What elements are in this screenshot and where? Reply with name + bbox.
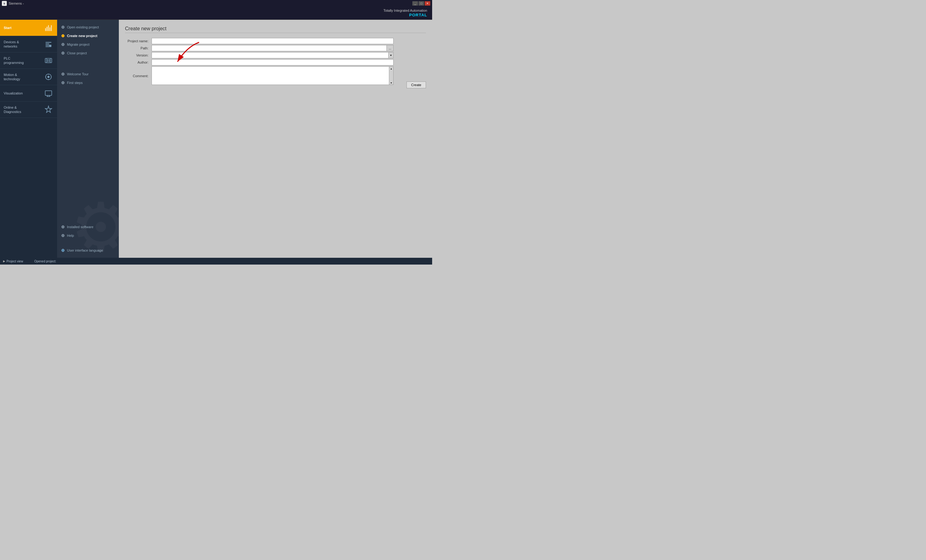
- svg-point-6: [47, 61, 48, 62]
- close-button[interactable]: ✕: [425, 1, 430, 6]
- create-button[interactable]: Create: [407, 82, 426, 88]
- menu-label-help: Help: [67, 234, 74, 238]
- visualization-icon: [44, 88, 53, 98]
- menu-item-migrate[interactable]: Migrate project: [57, 40, 119, 49]
- svg-point-7: [49, 61, 50, 62]
- siemens-logo: S: [2, 1, 7, 6]
- start-icon: [44, 23, 53, 33]
- svg-point-5: [49, 59, 50, 61]
- branding-text: Totally Integrated Automation PORTAL: [383, 8, 427, 18]
- menu-label-welcome: Welcome Tour: [67, 72, 89, 76]
- menu-label-first-steps: First steps: [67, 81, 83, 85]
- menu-item-welcome-tour[interactable]: Welcome Tour: [57, 70, 119, 79]
- diagnostics-icon: [44, 104, 53, 115]
- path-input[interactable]: [151, 45, 387, 51]
- scroll-up-arrow[interactable]: ▲: [389, 67, 393, 70]
- menu-label-migrate: Migrate project: [67, 42, 89, 46]
- project-view-label: Project view: [6, 260, 23, 263]
- motion-icon: [44, 72, 53, 82]
- title-bar: S Siemens - _ □ ✕: [0, 0, 432, 7]
- author-input[interactable]: [151, 59, 393, 65]
- devices-icon: [44, 39, 53, 49]
- version-row: ▼: [151, 52, 393, 58]
- scroll-down-arrow[interactable]: ▼: [389, 81, 393, 85]
- sidebar-label-start: Start: [4, 26, 44, 30]
- content-title-text: Create new project: [125, 26, 166, 32]
- branding-portal: PORTAL: [383, 13, 427, 18]
- version-select[interactable]: [151, 52, 389, 58]
- middle-panel: Open existing project Create new project…: [57, 20, 119, 258]
- project-view-item[interactable]: ▶ Project view: [3, 260, 23, 263]
- menu-label-installed: Installed software: [67, 225, 94, 229]
- sidebar-label-plc: PLCprogramming: [4, 56, 44, 65]
- sidebar-item-start[interactable]: Start: [0, 20, 57, 36]
- sidebar-label-visualization: Visualization: [4, 91, 44, 95]
- minimize-button[interactable]: _: [412, 1, 418, 6]
- content-title: Create new project: [125, 26, 426, 33]
- bullet-migrate: [61, 43, 65, 46]
- svg-rect-0: [49, 45, 51, 47]
- create-project-form: Project name: Path: ... Version: ▼ Autho…: [125, 38, 393, 86]
- title-bar-left: S Siemens -: [2, 1, 24, 6]
- svg-point-9: [47, 76, 50, 78]
- bottom-bar: ▶ Project view Opened project:: [0, 258, 432, 265]
- sidebar-item-plc-programming[interactable]: PLCprogramming: [0, 53, 57, 69]
- plc-icon: [44, 56, 53, 65]
- project-name-label: Project name:: [125, 39, 150, 43]
- window-controls[interactable]: _ □ ✕: [412, 1, 430, 6]
- branding-bar: Totally Integrated Automation PORTAL: [0, 7, 432, 20]
- svg-rect-1: [45, 58, 52, 63]
- project-name-input[interactable]: [151, 38, 393, 44]
- bullet-create-new: [61, 34, 65, 37]
- sidebar-item-online-diagnostics[interactable]: Online &Diagnostics: [0, 101, 57, 118]
- menu-item-create-new[interactable]: Create new project: [57, 32, 119, 40]
- path-label: Path:: [125, 46, 150, 50]
- sidebar-label-diagnostics: Online &Diagnostics: [4, 105, 44, 114]
- menu-label-open-existing: Open existing project: [67, 25, 99, 29]
- content-area: Create new project Project name: Path: .…: [119, 20, 432, 258]
- menu-item-open-existing[interactable]: Open existing project: [57, 23, 119, 32]
- globe-icon: [61, 249, 65, 252]
- sidebar-label-motion: Motion &technology: [4, 73, 44, 82]
- branding-line1: Totally Integrated Automation: [383, 8, 427, 13]
- path-row: ...: [151, 45, 393, 51]
- menu-item-installed-software[interactable]: Installed software: [57, 222, 119, 231]
- sidebar-label-devices: Devices &networks: [4, 40, 44, 49]
- comment-textarea[interactable]: [151, 67, 389, 85]
- sidebar-item-visualization[interactable]: Visualization: [0, 85, 57, 101]
- bullet-close: [61, 51, 65, 54]
- svg-point-4: [47, 59, 48, 61]
- comment-scrollbar[interactable]: ▲ ▼: [389, 67, 393, 85]
- menu-label-language: User interface language: [67, 248, 103, 252]
- opened-project-label: Opened project:: [34, 260, 56, 263]
- maximize-button[interactable]: □: [419, 1, 424, 6]
- version-label: Version:: [125, 53, 150, 57]
- sidebar-item-devices-networks[interactable]: Devices &networks: [0, 36, 57, 53]
- bullet-help: [61, 234, 65, 237]
- menu-item-language[interactable]: User interface language: [57, 246, 119, 255]
- menu-label-create-new: Create new project: [67, 34, 97, 38]
- menu-item-first-steps[interactable]: First steps: [57, 79, 119, 87]
- app-title: Siemens -: [9, 2, 24, 5]
- bullet-open-existing: [61, 26, 65, 29]
- menu-label-close: Close project: [67, 51, 87, 55]
- browse-button[interactable]: ...: [387, 45, 393, 51]
- menu-item-close[interactable]: Close project: [57, 49, 119, 58]
- sidebar-item-motion-technology[interactable]: Motion &technology: [0, 69, 57, 85]
- project-view-arrow: ▶: [3, 260, 5, 263]
- bullet-first-steps: [61, 81, 65, 84]
- author-label: Author:: [125, 61, 150, 64]
- sidebar: Start Devices &networks PLCprogramming M…: [0, 20, 57, 258]
- svg-rect-10: [45, 91, 52, 95]
- bullet-installed: [61, 226, 65, 229]
- bullet-welcome: [61, 73, 65, 76]
- main-layout: Start Devices &networks PLCprogramming M…: [0, 20, 432, 258]
- comment-label: Comment:: [125, 74, 150, 78]
- version-dropdown-arrow[interactable]: ▼: [389, 52, 393, 58]
- menu-item-help[interactable]: Help: [57, 231, 119, 240]
- comment-wrapper: ▲ ▼: [151, 67, 393, 86]
